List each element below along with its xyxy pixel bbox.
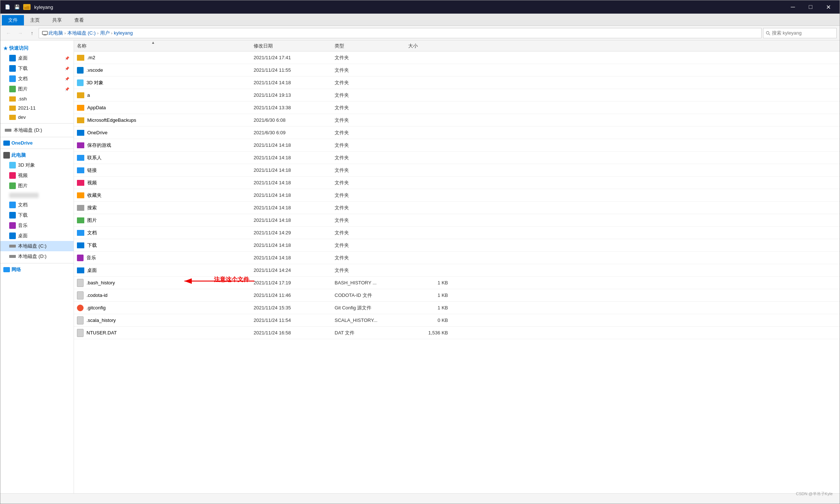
file-row-appdata[interactable]: AppData 2021/11/24 13:38 文件夹 [74,102,840,114]
sidebar-divider-2 [0,137,74,137]
sidebar-documents-label: 文档 [18,75,28,82]
file-row-contacts[interactable]: 联系人 2021/11/24 14:18 文件夹 [74,152,840,164]
file-row-documents[interactable]: 文档 2021/11/24 14:29 文件夹 [74,227,840,239]
folder-icon-onedrive [77,130,84,136]
main-content: ★ 快速访问 桌面 📌 下载 📌 文档 📌 图片 📌 [0,40,840,493]
file-row-vscode[interactable]: .vscode 2021/11/24 11:55 文件夹 [74,64,840,77]
path-c[interactable]: 本地磁盘 (C:) [67,30,96,36]
sidebar-item-documents[interactable]: 文档 📌 [0,74,74,84]
folder-icon-a [77,92,84,98]
sidebar-item-downloads2[interactable]: 下载 [0,210,74,220]
col-header-size[interactable]: 大小 [408,43,452,49]
sidebar-item-videos[interactable]: 视频 [0,170,74,181]
sidebar-desktop2-label: 桌面 [18,233,28,239]
file-type-gitconfig: Git Config 源文件 [335,305,408,311]
path-pc[interactable]: 此电脑 [42,30,63,36]
file-label-m2: .m2 [87,55,95,60]
col-header-date[interactable]: 修改日期 [254,43,335,49]
folder-icon-music [77,255,84,261]
maximize-button[interactable]: □ [802,0,819,14]
title-bar-icons: 📄 💾 [3,3,21,11]
forward-button[interactable]: → [15,28,25,38]
tab-file[interactable]: 文件 [2,15,24,25]
file-row-edge[interactable]: MicrosoftEdgeBackups 2021/6/30 6:08 文件夹 [74,114,840,127]
file-row-downloads[interactable]: 下载 2021/11/24 14:18 文件夹 [74,239,840,252]
sidebar-item-drive-d[interactable]: 本地磁盘 (D:) [0,125,74,135]
tab-share[interactable]: 共享 [46,15,68,25]
minimize-button[interactable]: ─ [784,0,801,14]
file-row-m2[interactable]: .m2 2021/11/24 17:41 文件夹 [74,52,840,64]
address-path[interactable]: 此电脑 › 本地磁盘 (C:) › 用户 › kyleyang [39,28,762,38]
sidebar-ssh-label: .ssh [18,96,27,102]
file-row-savedgames[interactable]: 保存的游戏 2021/11/24 14:18 文件夹 [74,139,840,152]
sidebar-item-dev[interactable]: dev [0,113,74,122]
sidebar: ★ 快速访问 桌面 📌 下载 📌 文档 📌 图片 📌 [0,40,74,493]
file-row-codota[interactable]: .codota-id 2021/11/24 11:46 CODOTA-ID 文件… [74,289,840,302]
file-row-gitconfig[interactable]: .gitconfig 2021/11/24 15:35 Git Config 源… [74,302,840,314]
sidebar-item-2021-11[interactable]: 2021-11 [0,103,74,113]
up-button[interactable]: ↑ [27,28,37,38]
sidebar-item-pictures[interactable]: 图片 📌 [0,84,74,94]
file-type-videos: 文件夹 [335,180,408,186]
sidebar-item-desktop2[interactable]: 桌面 [0,231,74,241]
2021-folder-icon [9,106,16,111]
file-row-bash-history[interactable]: .bash_history 2021/11/24 17:19 BASH_HIST… [74,277,840,289]
file-size-scala: 0 KB [408,317,452,323]
file-row-scala[interactable]: .scala_history 2021/11/24 11:54 SCALA_HI… [74,314,840,327]
path-users[interactable]: 用户 [100,30,110,36]
sidebar-item-drive-c[interactable]: 本地磁盘 (C:) [0,241,74,251]
folder-icon-appdata [77,105,84,111]
file-label-gitconfig: .gitconfig [87,305,106,310]
sidebar-section-network[interactable]: 网络 [0,265,74,274]
file-row-links[interactable]: 链接 2021/11/24 14:18 文件夹 [74,164,840,177]
file-label-appdata: AppData [87,105,106,110]
sidebar-section-quick-access[interactable]: ★ 快速访问 [0,43,74,53]
back-button[interactable]: ← [3,28,14,38]
close-button[interactable]: ✕ [820,0,837,14]
file-row-onedrive[interactable]: OneDrive 2021/6/30 6:09 文件夹 [74,127,840,139]
file-type-links: 文件夹 [335,167,408,174]
drive-c-icon [9,245,16,248]
file-row-search[interactable]: 搜索 2021/11/24 14:18 文件夹 [74,202,840,214]
sidebar-item-ssh[interactable]: .ssh [0,94,74,103]
file-row-a[interactable]: a 2021/11/24 19:13 文件夹 [74,89,840,102]
sidebar-item-pictures2[interactable]: 图片 [0,181,74,191]
file-row-desktopf[interactable]: 桌面 2021/11/24 14:24 文件夹 [74,264,840,277]
search-box[interactable] [763,28,837,38]
drive-d-icon [5,129,11,132]
file-row-music[interactable]: 音乐 2021/11/24 14:18 文件夹 [74,252,840,264]
file-row-3d[interactable]: 3D 对象 2021/11/24 14:18 文件夹 [74,77,840,89]
sidebar-item-3d[interactable]: 3D 对象 [0,160,74,170]
onedrive-label: OneDrive [11,140,33,146]
file-row-favorites[interactable]: 收藏夹 2021/11/24 14:18 文件夹 [74,189,840,202]
col-header-name[interactable]: 名称 [77,43,254,49]
file-row-videos[interactable]: 视频 2021/11/24 14:18 文件夹 [74,177,840,189]
sidebar-dev-label: dev [18,114,26,120]
sidebar-item-downloads[interactable]: 下载 📌 [0,63,74,74]
col-name-label: 名称 [77,43,87,49]
sidebar-section-onedrive[interactable]: OneDrive [0,139,74,147]
file-label-videos: 视频 [87,180,97,186]
blurred-icon [9,193,39,198]
sidebar-item-drive-d2[interactable]: 本地磁盘 (D:) [0,251,74,262]
sidebar-section-thispc[interactable]: 此电脑 [0,150,74,160]
folder-icon-pictures [77,217,84,223]
sidebar-item-blurred[interactable] [0,191,74,200]
path-kyleyang[interactable]: kyleyang [114,30,133,36]
tab-home[interactable]: 主页 [24,15,46,25]
sidebar-item-documents2[interactable]: 文档 [0,200,74,210]
file-label-search: 搜索 [87,205,97,211]
tab-view[interactable]: 查看 [68,15,90,25]
col-header-type[interactable]: 类型 [335,43,408,49]
file-row-ntuser[interactable]: NTUSER.DAT 2021/11/24 16:58 DAT 文件 1,536… [74,327,840,339]
thispc-icon [3,152,10,159]
file-label-savedgames: 保存的游戏 [87,142,111,149]
search-input[interactable] [772,30,834,36]
folder-icon-savedgames [77,142,84,148]
file-name-favorites: 收藏夹 [77,192,254,199]
sidebar-item-music[interactable]: 音乐 [0,220,74,231]
file-type-desktopf: 文件夹 [335,267,408,274]
sidebar-item-desktop[interactable]: 桌面 📌 [0,53,74,63]
file-date-appdata: 2021/11/24 13:38 [254,105,335,110]
file-row-pictures[interactable]: 图片 2021/11/24 14:18 文件夹 [74,214,840,227]
